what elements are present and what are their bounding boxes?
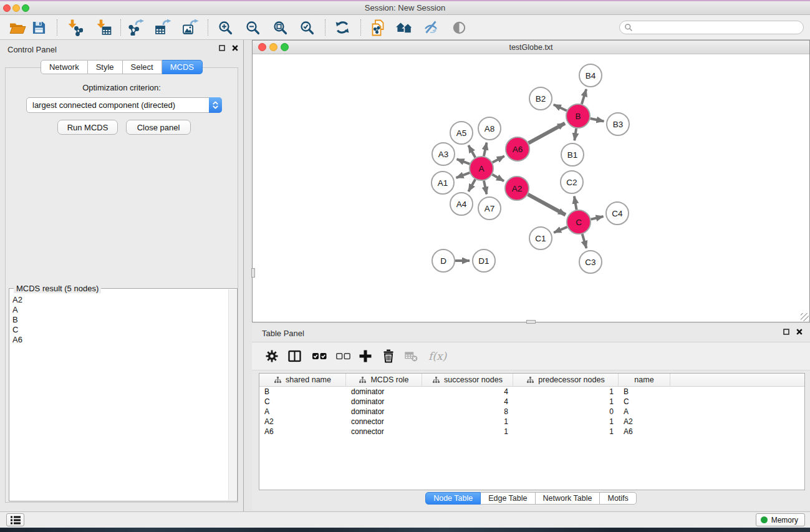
zoom-in-button[interactable] bbox=[214, 17, 236, 37]
edge-A-A8[interactable] bbox=[484, 143, 486, 157]
home-view-button[interactable] bbox=[393, 17, 415, 37]
graph-node-A[interactable]: A bbox=[470, 157, 493, 180]
tab-edge-table[interactable]: Edge Table bbox=[481, 492, 535, 505]
task-history-button[interactable] bbox=[6, 513, 24, 526]
edge-B-B1[interactable] bbox=[574, 128, 576, 140]
graph-node-A5[interactable]: A5 bbox=[450, 122, 473, 144]
graph-node-B2[interactable]: B2 bbox=[529, 87, 552, 110]
hide-panel-button[interactable] bbox=[420, 17, 442, 37]
graph-node-A2[interactable]: A2 bbox=[505, 177, 529, 200]
run-mcds-button[interactable]: Run MCDS bbox=[57, 120, 118, 135]
graph-node-C3[interactable]: C3 bbox=[579, 251, 602, 273]
edge-C-C2[interactable] bbox=[574, 196, 577, 210]
float-panel-icon[interactable] bbox=[783, 329, 789, 335]
zoom-window-button[interactable] bbox=[22, 4, 29, 12]
result-scrollbar[interactable] bbox=[228, 289, 236, 500]
column-header-successor-nodes[interactable]: successor nodes bbox=[422, 374, 513, 386]
edge-A-A2[interactable] bbox=[492, 175, 504, 181]
close-panel-icon[interactable] bbox=[796, 329, 803, 335]
graph-node-D1[interactable]: D1 bbox=[473, 249, 495, 272]
import-network-button[interactable] bbox=[64, 17, 86, 37]
frame-edge-handle-left[interactable] bbox=[251, 268, 255, 278]
show-columns-button[interactable] bbox=[288, 351, 301, 362]
search-input[interactable] bbox=[633, 22, 803, 33]
zoom-selected-button[interactable] bbox=[296, 17, 318, 37]
result-item[interactable]: A6 bbox=[12, 335, 224, 345]
network-canvas[interactable]: AA1A2A3A4A5A6A7A8BB1B2B3B4CC1C2C3C4DD1 bbox=[253, 54, 809, 322]
select-all-rows-button[interactable] bbox=[312, 353, 327, 360]
tab-mcds[interactable]: MCDS bbox=[162, 60, 203, 74]
edge-A-A6[interactable] bbox=[493, 156, 504, 162]
copy-network-button[interactable] bbox=[367, 17, 389, 37]
export-table-button[interactable] bbox=[152, 17, 174, 37]
edge-B-B4[interactable] bbox=[582, 89, 586, 104]
edge-A-A5[interactable] bbox=[468, 145, 475, 158]
search-field[interactable] bbox=[619, 21, 804, 34]
deselect-all-rows-button[interactable] bbox=[336, 353, 350, 360]
graph-node-A7[interactable]: A7 bbox=[478, 197, 501, 220]
memory-button[interactable]: Memory bbox=[756, 513, 805, 526]
graph-node-C[interactable]: C bbox=[567, 210, 591, 234]
edge-A-A7[interactable] bbox=[484, 181, 486, 195]
delete-columns-button[interactable] bbox=[382, 349, 395, 363]
edge-A2-C[interactable] bbox=[528, 195, 566, 215]
close-panel-icon[interactable] bbox=[232, 45, 238, 51]
graph-node-C1[interactable]: C1 bbox=[529, 227, 552, 249]
delete-table-button[interactable] bbox=[405, 351, 418, 362]
graph-node-B1[interactable]: B1 bbox=[561, 143, 584, 166]
table-options-button[interactable] bbox=[266, 350, 278, 362]
import-table-button[interactable] bbox=[92, 17, 115, 37]
edge-A-A1[interactable] bbox=[456, 173, 470, 178]
export-image-button[interactable] bbox=[179, 17, 201, 37]
graph-node-B[interactable]: B bbox=[566, 104, 590, 128]
graph-node-D[interactable]: D bbox=[432, 249, 455, 272]
float-panel-icon[interactable] bbox=[219, 45, 225, 51]
table-row[interactable]: Adominator80A bbox=[259, 407, 804, 417]
table-row[interactable]: A2connector11A2 bbox=[259, 417, 804, 427]
graph-node-A8[interactable]: A8 bbox=[478, 117, 501, 140]
zoom-out-button[interactable] bbox=[241, 17, 264, 37]
tab-motifs[interactable]: Motifs bbox=[600, 492, 636, 505]
edge-A-A3[interactable] bbox=[457, 159, 470, 164]
tab-select[interactable]: Select bbox=[123, 60, 162, 74]
graph-node-A6[interactable]: A6 bbox=[506, 137, 529, 161]
frame-edge-handle-bottom[interactable] bbox=[526, 320, 536, 324]
open-file-button[interactable] bbox=[6, 17, 29, 37]
edge-C-C4[interactable] bbox=[591, 216, 604, 220]
graph-node-A4[interactable]: A4 bbox=[450, 193, 473, 215]
graph-node-A3[interactable]: A3 bbox=[432, 143, 455, 165]
tab-node-table[interactable]: Node Table bbox=[425, 492, 481, 505]
graph-node-C2[interactable]: C2 bbox=[561, 171, 583, 193]
function-builder-button[interactable]: f(x) bbox=[428, 350, 446, 362]
show-panel-button[interactable] bbox=[448, 17, 470, 37]
table-row[interactable]: Cdominator41C bbox=[259, 397, 804, 407]
graph-node-B4[interactable]: B4 bbox=[579, 64, 602, 87]
refresh-layout-button[interactable] bbox=[331, 17, 354, 37]
minimize-window-button[interactable] bbox=[12, 4, 20, 12]
result-item[interactable]: A bbox=[12, 305, 224, 315]
graph-node-A1[interactable]: A1 bbox=[432, 172, 454, 194]
table-row[interactable]: A6connector11A6 bbox=[259, 427, 804, 437]
result-item[interactable]: A2 bbox=[12, 295, 224, 305]
edge-C-C3[interactable] bbox=[582, 234, 587, 248]
result-item[interactable]: B bbox=[12, 315, 224, 325]
tab-style[interactable]: Style bbox=[88, 60, 123, 74]
tab-network[interactable]: Network bbox=[41, 60, 88, 74]
column-header-mcds-role[interactable]: MCDS role bbox=[346, 374, 422, 386]
column-header-shared-name[interactable]: shared name bbox=[259, 374, 346, 386]
close-window-button[interactable] bbox=[3, 4, 11, 12]
close-panel-button[interactable]: Close panel bbox=[126, 120, 191, 135]
window-resize-grip[interactable] bbox=[801, 313, 809, 321]
tab-network-table[interactable]: Network Table bbox=[536, 492, 600, 505]
column-header-predecessor-nodes[interactable]: predecessor nodes bbox=[513, 374, 619, 386]
column-header-name[interactable]: name bbox=[619, 374, 670, 386]
edge-B-B3[interactable] bbox=[591, 118, 604, 121]
graph-node-C4[interactable]: C4 bbox=[606, 202, 629, 225]
edge-A6-B[interactable] bbox=[529, 123, 565, 143]
zoom-fit-button[interactable] bbox=[269, 17, 291, 37]
save-session-button[interactable] bbox=[27, 17, 50, 37]
graph-node-B3[interactable]: B3 bbox=[607, 113, 629, 135]
result-item[interactable]: C bbox=[12, 325, 224, 335]
export-network-button[interactable] bbox=[125, 17, 147, 37]
table-row[interactable]: Bdominator41B bbox=[259, 387, 804, 397]
